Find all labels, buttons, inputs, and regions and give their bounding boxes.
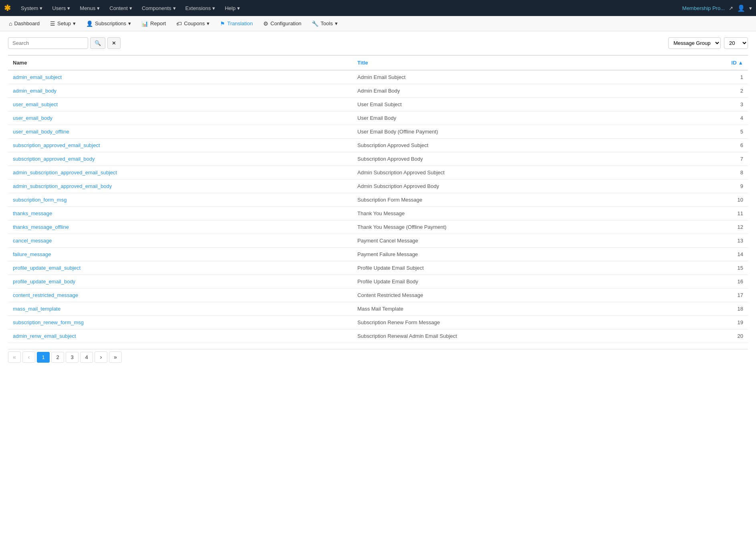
row-name-link[interactable]: user_email_body_offline [13, 129, 69, 135]
search-input[interactable] [8, 37, 88, 49]
row-name-link[interactable]: admin_subscription_approved_email_body [13, 183, 112, 189]
cell-id: 9 [683, 180, 748, 193]
row-name-link[interactable]: user_email_subject [13, 101, 58, 107]
cell-name: admin_subscription_approved_email_subjec… [8, 166, 353, 180]
row-name-link[interactable]: subscription_approved_email_body [13, 156, 95, 162]
row-name-link[interactable]: admin_email_body [13, 88, 56, 94]
cell-name: admin_renw_email_subject [8, 329, 353, 343]
cell-id: 17 [683, 289, 748, 302]
menu-system[interactable]: System ▾ [17, 0, 46, 16]
pagination-next[interactable]: › [95, 351, 107, 363]
pagination-first[interactable]: « [8, 351, 21, 363]
cell-name: subscription_approved_email_subject [8, 139, 353, 152]
cell-name: subscription_approved_email_body [8, 152, 353, 166]
cell-title: User Email Body [353, 111, 683, 125]
menu-components[interactable]: Components ▾ [138, 0, 180, 16]
pagination-page-1[interactable]: 1 [37, 352, 50, 363]
message-group-select[interactable]: Message Group Message Group [668, 37, 721, 49]
table-row: profile_update_email_body Profile Update… [8, 275, 748, 289]
cell-title: Subscription Renewal Admin Email Subject [353, 329, 683, 343]
topbar-right: Membership Pro... ↗ 👤 ▾ [682, 4, 752, 12]
menu-extensions[interactable]: Extensions ▾ [181, 0, 220, 16]
table-row: thanks_message_offline Thank You Message… [8, 220, 748, 234]
menu-help[interactable]: Help ▾ [221, 0, 244, 16]
setup-icon: ☰ [50, 20, 55, 27]
table-row: admin_subscription_approved_email_subjec… [8, 166, 748, 180]
cell-name: subscription_form_msg [8, 193, 353, 207]
row-name-link[interactable]: thanks_message_offline [13, 224, 69, 230]
sub-navbar: ⌂ Dashboard ☰ Setup ▾ 👤 Subscriptions ▾ … [0, 16, 756, 31]
joomla-logo[interactable]: ✱ [4, 3, 11, 13]
cell-name: subscription_renew_form_msg [8, 316, 353, 329]
row-name-link[interactable]: cancel_message [13, 238, 52, 244]
pagination: « ‹ 1 2 3 4 › » [8, 349, 748, 365]
cell-name: thanks_message_offline [8, 220, 353, 234]
cell-title: Profile Update Email Subject [353, 261, 683, 275]
pagination-page-4[interactable]: 4 [80, 352, 93, 363]
cell-name: content_restricted_message [8, 289, 353, 302]
cell-id: 10 [683, 193, 748, 207]
cell-name: cancel_message [8, 234, 353, 248]
per-page-select[interactable]: 20 5 10 15 25 30 50 100 [724, 37, 748, 49]
pagination-page-2[interactable]: 2 [51, 352, 64, 363]
row-name-link[interactable]: admin_renw_email_subject [13, 333, 76, 339]
cell-name: profile_update_email_body [8, 275, 353, 289]
nav-configuration[interactable]: ⚙ Configuration [258, 16, 306, 31]
cell-title: Profile Update Email Body [353, 275, 683, 289]
row-name-link[interactable]: mass_mail_template [13, 306, 60, 312]
clear-icon: ✕ [112, 40, 116, 46]
coupons-icon: 🏷 [176, 20, 182, 27]
menu-menus[interactable]: Menus ▾ [76, 0, 104, 16]
table-row: profile_update_email_subject Profile Upd… [8, 261, 748, 275]
external-link-icon: ↗ [729, 5, 733, 11]
cell-title: Payment Cancel Message [353, 234, 683, 248]
cell-title: Mass Mail Template [353, 302, 683, 316]
cell-id: 13 [683, 234, 748, 248]
row-name-link[interactable]: admin_subscription_approved_email_subjec… [13, 170, 117, 176]
row-name-link[interactable]: failure_message [13, 251, 51, 257]
col-header-id[interactable]: ID ▲ [683, 55, 748, 70]
search-button[interactable]: 🔍 [90, 37, 105, 49]
cell-title: Payment Failure Message [353, 248, 683, 261]
search-icon: 🔍 [95, 40, 101, 46]
row-name-link[interactable]: content_restricted_message [13, 292, 78, 298]
row-name-link[interactable]: subscription_form_msg [13, 197, 67, 203]
menu-users[interactable]: Users ▾ [48, 0, 74, 16]
nav-report[interactable]: 📊 Report [137, 16, 171, 31]
site-link[interactable]: Membership Pro... [682, 5, 725, 11]
dashboard-icon: ⌂ [9, 20, 12, 27]
row-name-link[interactable]: admin_email_subject [13, 74, 62, 80]
nav-setup[interactable]: ☰ Setup ▾ [45, 16, 81, 31]
cell-title: User Email Subject [353, 98, 683, 111]
table-row: admin_renw_email_subject Subscription Re… [8, 329, 748, 343]
setup-dropdown-icon: ▾ [73, 20, 76, 26]
pagination-prev[interactable]: ‹ [22, 351, 35, 363]
nav-subscriptions[interactable]: 👤 Subscriptions ▾ [81, 16, 136, 31]
cell-title: Admin Subscription Approved Subject [353, 166, 683, 180]
toolbar: 🔍 ✕ Message Group Message Group 20 5 10 … [8, 37, 748, 49]
user-icon[interactable]: 👤 [737, 4, 745, 12]
table-row: user_email_body_offline User Email Body … [8, 125, 748, 139]
table-row: subscription_renew_form_msg Subscription… [8, 316, 748, 329]
row-name-link[interactable]: profile_update_email_subject [13, 265, 81, 271]
row-name-link[interactable]: user_email_body [13, 115, 52, 121]
cell-id: 8 [683, 166, 748, 180]
cell-title: Subscription Form Message [353, 193, 683, 207]
nav-translation[interactable]: ⚑ Translation [215, 16, 258, 31]
row-name-link[interactable]: thanks_message [13, 210, 52, 216]
pagination-last[interactable]: » [109, 351, 122, 363]
cell-id: 14 [683, 248, 748, 261]
row-name-link[interactable]: subscription_renew_form_msg [13, 319, 84, 325]
nav-tools[interactable]: 🔧 Tools ▾ [307, 16, 342, 31]
nav-dashboard[interactable]: ⌂ Dashboard [4, 16, 44, 31]
cell-title: Subscription Approved Body [353, 152, 683, 166]
cell-id: 16 [683, 275, 748, 289]
col-header-title[interactable]: Title [353, 55, 683, 70]
pagination-page-3[interactable]: 3 [66, 352, 79, 363]
user-dropdown-icon[interactable]: ▾ [749, 5, 752, 11]
clear-button[interactable]: ✕ [107, 37, 121, 49]
menu-content[interactable]: Content ▾ [105, 0, 136, 16]
nav-coupons[interactable]: 🏷 Coupons ▾ [171, 16, 214, 31]
row-name-link[interactable]: subscription_approved_email_subject [13, 142, 100, 148]
row-name-link[interactable]: profile_update_email_body [13, 279, 75, 285]
